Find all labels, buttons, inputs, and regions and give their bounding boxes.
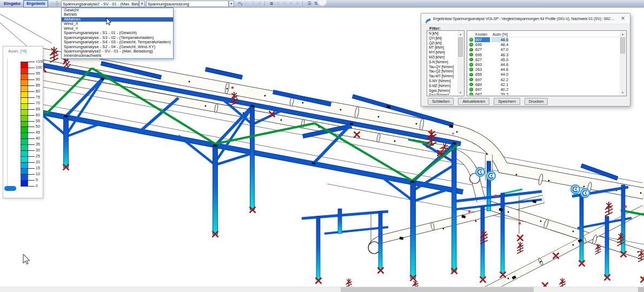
- filter-option[interactable]: Tau-QY [N/mm²]: [428, 65, 457, 70]
- utilization-value: 48.4: [492, 42, 508, 47]
- flange-symbols: [476, 168, 589, 197]
- legend-color-swatch: [21, 109, 28, 115]
- load-case-option[interactable]: Spannungsanalyse2 - SV - 01 - (Max. Bela…: [62, 49, 173, 54]
- button-drucken[interactable]: Drucken: [525, 98, 548, 105]
- status-dot-icon: [469, 63, 473, 67]
- legend-color-swatch: [21, 115, 28, 121]
- filter-listbox[interactable]: N [kN]QYl [kN]QZl [kN]MT [kNm]MYl [kNm]M…: [427, 30, 464, 96]
- utilization-value: 47.0: [492, 47, 508, 52]
- legend-tick: [21, 127, 35, 127]
- legend-tick: [21, 97, 35, 98]
- load-case-option[interactable]: Spannungsanalyse - S4 - 03 - (Gewicht, T…: [62, 40, 173, 44]
- result-row[interactable]: 60748.6: [468, 37, 619, 42]
- list-icon[interactable]: ☰: [306, 1, 313, 7]
- load-case-option[interactable]: Abfahren: [62, 17, 173, 22]
- ground-frames: [302, 185, 632, 280]
- filter-option[interactable]: Tau-MT [N/mm²]: [428, 74, 457, 79]
- scrollbar-thumb[interactable]: [620, 37, 625, 54]
- menubar-shade: [324, 0, 644, 8]
- result-row[interactable]: 69742.2: [468, 77, 619, 82]
- filter-option[interactable]: N [kN]: [428, 31, 457, 36]
- result-row[interactable]: 65544.0: [468, 72, 619, 77]
- filter-option[interactable]: MZl [kNm]: [428, 55, 457, 60]
- result-type-combobox[interactable]: Spannungsausnutzung: [146, 1, 229, 7]
- load-case-option[interactable]: Wind_Y: [62, 26, 173, 31]
- result-table-icon[interactable]: ≣: [268, 1, 275, 7]
- legend-grip[interactable]: [4, 186, 16, 191]
- legend-tick-label: 40: [36, 136, 40, 141]
- horizontal-scrollbar-thumb[interactable]: [341, 287, 534, 292]
- filter-option[interactable]: S-MY [N/mm²]: [428, 79, 457, 84]
- result-row[interactable]: 69548.4: [468, 42, 619, 47]
- node-number: 697: [475, 77, 489, 82]
- load-case-option[interactable]: Spannungsanalyse - S3 - 02 - (Temperatur…: [62, 36, 173, 40]
- result-row[interactable]: 26344.6: [468, 67, 619, 72]
- results-header: KnotenAusn [%]: [468, 31, 619, 37]
- close-icon[interactable]: ✕: [619, 16, 627, 21]
- mouse-cursor: [106, 18, 112, 26]
- utilization-value: 45.0: [492, 57, 508, 62]
- status-dot-icon: [469, 78, 473, 82]
- dialog-titlebar[interactable]: Ergebnisse Spannungsanalyse VGLSP - Verg…: [421, 14, 630, 24]
- legend-tick: [21, 85, 35, 86]
- load-case-option[interactable]: Gewicht: [62, 8, 173, 12]
- filter-option[interactable]: MYl [kNm]: [428, 50, 457, 55]
- result-row[interactable]: 69344.6: [468, 62, 619, 67]
- menu-item-eingabe[interactable]: Eingabe: [1, 1, 23, 7]
- legend-tick: [21, 74, 35, 74]
- filter-option[interactable]: Sges [N/mm²]: [428, 89, 457, 94]
- filter-option[interactable]: S-N [N/mm²]: [428, 60, 457, 65]
- button-speichern[interactable]: Speichern: [494, 98, 520, 105]
- rohr2-application-window: EingabeErgebnisIsometrie Spannungsanalys…: [0, 0, 644, 292]
- analysis-combobox[interactable]: Spannungsanalyse2 - SV - 01 - (Max. Bela…: [61, 1, 139, 7]
- filter-listbox-items: N [kN]QYl [kN]QZl [kN]MT [kNm]MYl [kNm]M…: [428, 31, 457, 95]
- scroll-up-icon[interactable]: ▲: [620, 31, 626, 37]
- load-case-option[interactable]: Betrieb: [62, 12, 173, 17]
- scroll-down-icon[interactable]: ▼: [457, 90, 463, 95]
- legend-color-swatch: [21, 85, 28, 91]
- result-row[interactable]: 69740.2: [468, 87, 619, 92]
- button-aktualisieren[interactable]: Aktualisieren: [458, 98, 489, 105]
- result-row[interactable]: 68942.1: [468, 82, 619, 87]
- results-table[interactable]: KnotenAusn [%] 60748.669548.462747.06954…: [467, 30, 627, 96]
- result-row[interactable]: 62745.0: [468, 57, 619, 62]
- filter-option[interactable]: MT [kNm]: [428, 45, 457, 50]
- filter-option[interactable]: Szul [N/mm²]: [428, 93, 457, 95]
- menu-item-ergebnis[interactable]: Ergebnis: [23, 0, 48, 8]
- filter-option[interactable]: QZl [kN]: [428, 41, 457, 46]
- node-number: 627: [475, 47, 489, 52]
- legend-tick: [21, 109, 35, 110]
- legend-color-swatch: [21, 180, 28, 186]
- filter-option[interactable]: Tau-QZ [N/mm²]: [428, 69, 457, 74]
- legend-tick-label: 50: [36, 124, 40, 129]
- legend-tick: [21, 162, 35, 163]
- legend-tick: [21, 144, 35, 145]
- table-scrollbar[interactable]: ▲ ▼: [620, 31, 626, 95]
- node-number: 607: [475, 37, 490, 42]
- result-table-5-icon: ≣: [294, 1, 301, 7]
- legend-tick-label: 30: [36, 148, 40, 152]
- filter-option[interactable]: S-MZ [N/mm²]: [428, 84, 457, 89]
- result-row[interactable]: 69546.3: [468, 52, 619, 57]
- scrollbar-thumb[interactable]: [458, 37, 463, 57]
- load-case-option[interactable]: Spannungsanalyse - S1 - 01 - (Gewicht): [62, 31, 173, 35]
- button-schlieen[interactable]: Schließen: [428, 98, 454, 105]
- scroll-up-icon[interactable]: ▲: [457, 31, 463, 37]
- legend-tick: [21, 138, 35, 139]
- analysis-combobox-arrow-icon[interactable]: ▼: [139, 1, 145, 7]
- load-case-option[interactable]: Innendrucknachweis: [62, 54, 173, 58]
- load-case-option[interactable]: Spannungsanalyse - S2 - 04 - (Gewicht, W…: [62, 45, 173, 49]
- horizontal-scrollbar[interactable]: [0, 287, 644, 292]
- legend-color-swatch: [21, 103, 28, 109]
- result-row[interactable]: 62747.0: [468, 47, 619, 52]
- filter-option[interactable]: QYl [kN]: [428, 36, 457, 41]
- load-case-option[interactable]: Wind_X: [62, 22, 173, 26]
- coordinate-values-icon[interactable]: ˣᶻᵧ: [237, 1, 243, 7]
- filter-scrollbar[interactable]: ▲ ▼: [457, 31, 463, 95]
- result-row[interactable]: 68739.3: [468, 92, 619, 95]
- pipe-seams: [214, 82, 597, 266]
- dialog-title: Ergebnisse Spannungsanalyse VGLSP - Verg…: [433, 16, 616, 21]
- legend-color-swatch: [21, 174, 28, 180]
- result-type-combobox-arrow-icon[interactable]: ▼: [229, 1, 234, 7]
- scroll-down-icon[interactable]: ▼: [620, 90, 626, 95]
